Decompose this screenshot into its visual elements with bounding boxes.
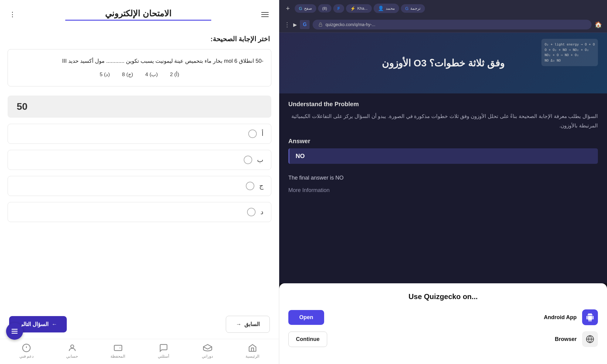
answer-label: Answer bbox=[288, 138, 598, 145]
browser-home-button[interactable]: 🏠 bbox=[595, 21, 602, 28]
tab-translate[interactable]: G ترجمة bbox=[401, 4, 425, 13]
video-icon[interactable]: ▶ bbox=[293, 22, 297, 28]
nav-support[interactable]: دعم فني bbox=[19, 343, 34, 359]
tab-facebook[interactable]: F bbox=[333, 4, 344, 13]
popup-overlay: Use Quizgecko on... Open Android App Con… bbox=[279, 283, 607, 364]
continue-button[interactable]: Continue bbox=[288, 332, 327, 347]
browser-urlbar: ⋮ ▶ G quizgecko.com/q/ma-hy-... 🏠 bbox=[279, 17, 607, 33]
browser-menu-button[interactable]: ⋮ bbox=[284, 21, 290, 28]
globe-icon bbox=[582, 331, 598, 347]
nav-questions[interactable]: أسئلتي bbox=[158, 343, 169, 359]
more-info-link[interactable]: More Information bbox=[279, 186, 607, 200]
content-image: وفق ثلاثة خطوات؟ O3 الأوزون O₂ + light e… bbox=[279, 33, 607, 93]
hamburger-button[interactable] bbox=[260, 11, 270, 18]
fab-menu-button[interactable] bbox=[6, 323, 23, 340]
three-dots-button[interactable]: ⋮ bbox=[9, 11, 16, 19]
option-a-row[interactable]: أ bbox=[8, 124, 271, 144]
tab-bar: G صفح (8) F ⚡ Kha... 👤 محمد G ترجمة bbox=[295, 4, 602, 13]
exam-nav: ← السؤال التالي السابق → bbox=[0, 310, 279, 339]
exam-title: الامتحان الإلكتروني bbox=[16, 8, 260, 21]
browser-option-info: Browser bbox=[555, 331, 598, 347]
understand-title: Understand the Problem bbox=[288, 101, 598, 108]
final-answer-text: The final answer is NO bbox=[279, 170, 607, 186]
question-label: اختر الإجابة الصحيحة: bbox=[0, 29, 279, 46]
understand-text: السؤال يطلب معرفة الإجابة الصحيحة بناءً … bbox=[288, 112, 598, 130]
question-choices: (د) 5 (ج) 8 (ب) 4 (أ) 2 bbox=[15, 70, 263, 79]
question-text: -50 انطلاق 6 mol بخار ماء بتحميص عينة لي… bbox=[15, 56, 263, 66]
option-a-label: أ bbox=[262, 130, 263, 138]
exam-header: ⋮ الامتحان الإلكتروني bbox=[0, 0, 279, 29]
nav-account[interactable]: حسابي bbox=[66, 343, 78, 359]
android-option-info: Android App bbox=[544, 309, 598, 325]
formula-image: O₂ + light energy → O + O O + O₂ + NO → … bbox=[541, 39, 598, 66]
nav-wallet[interactable]: المحفظة bbox=[110, 343, 125, 359]
browser-label: Browser bbox=[555, 336, 577, 342]
svg-point-4 bbox=[71, 345, 74, 348]
nav-courses[interactable]: دوراتي bbox=[202, 343, 213, 359]
radio-c[interactable] bbox=[246, 182, 254, 190]
android-option-row: Open Android App bbox=[288, 309, 598, 325]
radio-d[interactable] bbox=[247, 208, 256, 216]
open-button[interactable]: Open bbox=[288, 310, 324, 325]
question-box: -50 انطلاق 6 mol بخار ماء بتحميص عينة لي… bbox=[8, 49, 271, 86]
choice-b: (ب) 4 bbox=[145, 70, 158, 79]
radio-b[interactable] bbox=[244, 156, 252, 164]
exam-panel: ⋮ الامتحان الإلكتروني اختر الإجابة الصحي… bbox=[0, 0, 279, 364]
question-number: 50 bbox=[8, 96, 271, 118]
option-c-row[interactable]: ج bbox=[8, 176, 271, 196]
tab-google[interactable]: G صفح bbox=[295, 4, 316, 13]
tab-muhammad[interactable]: 👤 محمد bbox=[374, 4, 399, 13]
option-c-label: ج bbox=[259, 182, 263, 190]
browser-option-row: Continue Browser bbox=[288, 331, 598, 347]
radio-a[interactable] bbox=[248, 130, 257, 138]
popup-card: Use Quizgecko on... Open Android App Con… bbox=[279, 283, 607, 364]
choice-d: (د) 5 bbox=[100, 70, 110, 79]
option-b-label: ب bbox=[257, 156, 263, 164]
lock-icon bbox=[318, 22, 323, 27]
nav-home[interactable]: الرئيسية bbox=[246, 343, 259, 359]
browser-topbar: + G صفح (8) F ⚡ Kha... 👤 محمد G ترجمة bbox=[279, 0, 607, 17]
translate-icon: G bbox=[303, 22, 307, 27]
choice-c: (ج) 8 bbox=[122, 70, 133, 79]
prev-question-button[interactable]: السابق → bbox=[226, 316, 270, 333]
option-d-label: د bbox=[260, 208, 263, 216]
url-bar[interactable]: quizgecko.com/q/ma-hy-... bbox=[313, 20, 592, 29]
choice-a: (أ) 2 bbox=[170, 70, 179, 79]
svg-rect-6 bbox=[319, 24, 322, 26]
android-label: Android App bbox=[544, 314, 577, 321]
option-b-row[interactable]: ب bbox=[8, 150, 271, 170]
new-tab-button[interactable]: + bbox=[284, 5, 292, 12]
tab-kha[interactable]: ⚡ Kha... bbox=[346, 4, 372, 13]
bottom-nav: دعم فني حسابي المحفظة أسئلتي bbox=[0, 339, 279, 364]
answer-section: Answer NO bbox=[279, 138, 607, 170]
translate-button[interactable]: G bbox=[300, 20, 310, 29]
option-d-row[interactable]: د bbox=[8, 202, 271, 222]
android-icon bbox=[582, 309, 598, 325]
tab-count-item[interactable]: (8) bbox=[318, 4, 331, 12]
page-heading: وفق ثلاثة خطوات؟ O3 الأوزون bbox=[376, 51, 510, 75]
svg-rect-5 bbox=[114, 345, 122, 351]
browser-panel: + G صفح (8) F ⚡ Kha... 👤 محمد G ترجمة bbox=[279, 0, 607, 364]
popup-title: Use Quizgecko on... bbox=[288, 292, 598, 301]
understand-section: Understand the Problem السؤال يطلب معرفة… bbox=[279, 93, 607, 138]
answer-value: NO bbox=[288, 148, 598, 164]
